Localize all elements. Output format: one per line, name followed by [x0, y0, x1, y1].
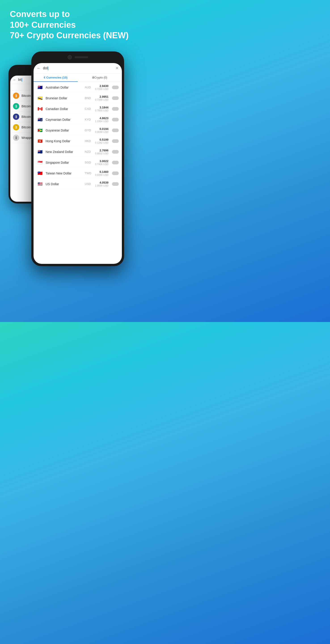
- list-item[interactable]: 🇳🇿 New Zealand Dollar NZD 2.7696 0.6832 …: [34, 146, 122, 157]
- tab-crypto-label: ɃCrypto (0): [92, 76, 107, 79]
- currency-value: 2.9430 0.7260 USD: [95, 84, 108, 90]
- currency-name: Hong Kong Dollar: [46, 139, 82, 143]
- currency-usd: 0.0048 USD: [95, 130, 108, 133]
- currency-rate: 4.0539: [95, 181, 108, 184]
- list-item[interactable]: 🇨🇦 Canadian Dollar CAD 3.1844 0.7855 USD: [34, 104, 122, 114]
- hero-line1: Converts up to: [10, 10, 70, 19]
- bitcoin-gold-icon: ₿: [13, 114, 19, 120]
- currency-usd: 0.7855 USD: [95, 109, 108, 112]
- fg-search-bar: ← dol ✕: [34, 63, 122, 74]
- currency-usd: 1.1994 USD: [95, 120, 108, 122]
- phones-container: ← bit € Currencies (0) ₿ Bitcoin ₿ Bi: [0, 52, 165, 322]
- list-item[interactable]: 🇹🇼 Taiwan New Dollar TWD 0.1460 0.0360 U…: [34, 168, 122, 179]
- tab-currencies[interactable]: € Currencies (10): [34, 74, 78, 82]
- currency-usd: 0.6832 USD: [95, 152, 108, 155]
- tab-crypto[interactable]: ɃCrypto (0): [78, 74, 122, 82]
- currency-toggle[interactable]: [112, 96, 119, 100]
- currency-toggle[interactable]: [112, 172, 119, 175]
- list-item[interactable]: 🇬🇾 Guyanese Dollar GYD 0.0194 0.0048 USD: [34, 125, 122, 136]
- currency-code: USD: [85, 182, 93, 186]
- currency-rate: 2.7696: [95, 149, 108, 152]
- currency-name: Canadian Dollar: [46, 107, 82, 111]
- currency-toggle[interactable]: [112, 86, 119, 89]
- list-item[interactable]: 🇰🇾 Caymanian Dollar KYD 4.8623 1.1994 US…: [34, 114, 122, 125]
- flag-icon: 🇰🇾: [37, 118, 43, 122]
- currency-value: 4.0539 1.0000 USD: [95, 181, 108, 187]
- currency-name: New Zealand Dollar: [46, 150, 82, 154]
- search-query-bg[interactable]: bit: [18, 78, 22, 82]
- currency-usd: 0.7388 USD: [95, 98, 108, 101]
- currency-toggle[interactable]: [112, 128, 119, 132]
- currency-code: SGD: [85, 161, 93, 164]
- currency-value: 3.1844 0.7855 USD: [95, 106, 108, 112]
- currency-name: Caymanian Dollar: [46, 118, 82, 122]
- phone-fg-notch: [68, 55, 88, 60]
- currency-usd: 0.7260 USD: [95, 88, 108, 90]
- flag-icon: 🇺🇸: [37, 182, 43, 186]
- currency-rate: 2.9951: [95, 95, 108, 98]
- currency-rate: 3.1844: [95, 106, 108, 109]
- fg-tabs: € Currencies (10) ɃCrypto (0): [34, 74, 122, 82]
- currency-toggle[interactable]: [112, 150, 119, 154]
- currency-name: Taiwan New Dollar: [46, 172, 82, 175]
- currency-name: Bruneian Dollar: [46, 96, 82, 100]
- currency-rate: 0.1460: [95, 170, 108, 174]
- currency-toggle[interactable]: [112, 182, 119, 186]
- phone-foreground: ← dol ✕ € Currencies (10) ɃCrypto (0) 🇦🇺…: [31, 52, 124, 266]
- currency-toggle[interactable]: [112, 161, 119, 164]
- currency-value: 0.5199 0.1282 USD: [95, 138, 108, 144]
- currency-usd: 0.1282 USD: [95, 141, 108, 144]
- currency-value: 0.1460 0.0360 USD: [95, 170, 108, 176]
- flag-icon: 🇧🇳: [37, 96, 43, 100]
- currency-code: KYD: [85, 118, 93, 121]
- currency-usd: 1.0000 USD: [95, 184, 108, 187]
- currency-toggle[interactable]: [112, 139, 119, 143]
- currency-toggle[interactable]: [112, 118, 119, 122]
- currency-toggle[interactable]: [112, 107, 119, 111]
- currency-code: GYD: [85, 128, 93, 132]
- hero-title: Converts up to 100+ Currencies 70+ Crypt…: [10, 9, 155, 41]
- hero-line2: 100+ Currencies: [10, 20, 76, 30]
- currency-value: 2.7696 0.6832 USD: [95, 149, 108, 155]
- bitcoin-icon: ₿: [13, 92, 19, 99]
- list-item[interactable]: 🇭🇰 Hong Kong Dollar HKD 0.5199 0.1282 US…: [34, 136, 122, 146]
- currency-rate: 2.9430: [95, 84, 108, 88]
- currency-rate: 0.0194: [95, 127, 108, 130]
- currency-code: AUD: [85, 86, 93, 89]
- flag-icon: 🇸🇬: [37, 160, 43, 165]
- currency-usd: 0.7406 USD: [95, 163, 108, 166]
- back-arrow-icon[interactable]: ←: [13, 78, 16, 82]
- bitcoin-cash-icon: ₿: [13, 103, 19, 109]
- currency-rate: 4.8623: [95, 116, 108, 120]
- fg-speaker-icon: [75, 56, 88, 58]
- currency-name: Guyanese Dollar: [46, 128, 82, 132]
- currency-name: Singapore Dollar: [46, 161, 82, 164]
- currency-value: 2.9951 0.7388 USD: [95, 95, 108, 101]
- currency-rate: 3.0022: [95, 160, 108, 163]
- list-item[interactable]: 🇸🇬 Singapore Dollar SGD 3.0022 0.7406 US…: [34, 157, 122, 168]
- hero-section: Converts up to 100+ Currencies 70+ Crypt…: [0, 0, 165, 41]
- flag-icon: 🇦🇺: [37, 85, 43, 90]
- flag-icon: 🇹🇼: [37, 171, 43, 176]
- fg-back-arrow-icon[interactable]: ←: [37, 66, 41, 71]
- wrapped-bitcoin-icon: ₿: [13, 134, 19, 141]
- fg-search-input[interactable]: dol: [43, 66, 113, 70]
- fg-camera-icon: [68, 55, 72, 60]
- bitcoin-label: Bitcoin: [22, 94, 31, 98]
- flag-icon: 🇨🇦: [37, 107, 43, 111]
- currency-value: 0.0194 0.0048 USD: [95, 127, 108, 133]
- bitcoin-sv-icon: ₿: [13, 124, 19, 130]
- flag-icon: 🇬🇾: [37, 128, 43, 132]
- currency-value: 3.0022 0.7406 USD: [95, 160, 108, 166]
- currency-name: Australian Dollar: [46, 86, 82, 89]
- tab-currencies-label: € Currencies (10): [44, 76, 68, 79]
- list-item[interactable]: 🇦🇺 Australian Dollar AUD 2.9430 0.7260 U…: [34, 82, 122, 93]
- list-item[interactable]: 🇺🇸 US Dollar USD 4.0539 1.0000 USD: [34, 179, 122, 190]
- list-item[interactable]: 🇧🇳 Bruneian Dollar BND 2.9951 0.7388 USD: [34, 93, 122, 104]
- currency-rate: 0.5199: [95, 138, 108, 141]
- hero-line3: 70+ Crypto Currencies (NEW): [10, 31, 128, 40]
- currency-code: CAD: [85, 107, 93, 110]
- currency-code: BND: [85, 96, 93, 100]
- close-icon[interactable]: ✕: [115, 66, 119, 71]
- currency-code: TWD: [85, 172, 93, 175]
